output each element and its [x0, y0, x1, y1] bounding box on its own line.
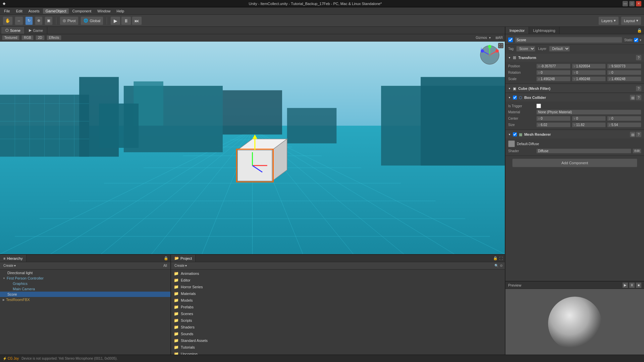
box-collider-header[interactable]: ▼ ⬡ Box Collider ▤ ? — [505, 94, 644, 102]
mesh-renderer-enabled-checkbox[interactable] — [513, 132, 517, 136]
hierarchy-create-btn[interactable]: Create ▾ — [2, 263, 17, 268]
size-y-field[interactable]: Y 11.82 — [572, 122, 606, 127]
center-z-field[interactable]: Z 0 — [607, 116, 641, 121]
shader-edit-btn[interactable]: Edit — [633, 148, 641, 154]
rotation-y-field[interactable]: Y 0 — [572, 70, 606, 75]
menu-assets[interactable]: Assets — [26, 8, 42, 14]
transform-tool-r[interactable]: ⊕ — [35, 16, 43, 25]
mesh-filter-settings-btn[interactable]: ? — [636, 86, 641, 91]
size-x-field[interactable]: X 6.02 — [536, 122, 571, 127]
list-item[interactable]: 📁 Horror Series — [171, 284, 505, 290]
scale-x-field[interactable]: X 1.490248 — [536, 76, 571, 81]
list-item[interactable]: 📁 Scenes — [171, 310, 505, 317]
twod-btn[interactable]: 2D — [36, 35, 45, 40]
menu-gameobject[interactable]: GameObject — [43, 8, 69, 14]
close-button[interactable]: ✕ — [636, 1, 641, 6]
tab-project[interactable]: 📂 Project — [171, 255, 196, 262]
list-item[interactable]: 📁 Shaders — [171, 324, 505, 330]
position-x-field[interactable]: X -9.357077 — [536, 64, 571, 69]
center-x-field[interactable]: X 0 — [536, 116, 571, 121]
list-item[interactable]: ▼ First Person Controller — [0, 276, 170, 281]
center-y-field[interactable]: Y 0 — [572, 116, 606, 121]
project-search-icon[interactable]: 🔍 — [494, 264, 498, 267]
shader-field[interactable]: Diffuse — [536, 148, 631, 154]
play-button[interactable]: ▶ — [110, 16, 120, 25]
menu-component[interactable]: Component — [69, 8, 94, 14]
rgb-btn[interactable]: RGB — [21, 35, 34, 40]
step-button[interactable]: ⏭ — [132, 16, 142, 25]
static-chevron-icon[interactable]: ▾ — [640, 38, 641, 42]
transform-component-header[interactable]: ▼ ⊞ Transform ? — [505, 54, 644, 62]
project-create-btn[interactable]: Create ▾ — [173, 263, 188, 268]
mesh-renderer-settings-btn[interactable]: ▤ — [630, 132, 635, 137]
transform-settings-btn[interactable]: ? — [636, 55, 641, 60]
layers-dropdown[interactable]: Layers ▾ — [598, 16, 619, 25]
list-item[interactable]: 📁 Materials — [171, 290, 505, 297]
list-item[interactable]: Directional light — [0, 270, 170, 276]
list-item[interactable]: 📁 Upcoming — [171, 351, 505, 355]
size-z-field[interactable]: Z 5.54 — [607, 122, 641, 127]
mesh-filter-header[interactable]: ▼ ▣ Cube (Mesh Filter) ? — [505, 84, 644, 93]
menu-file[interactable]: File — [1, 8, 13, 14]
inspector-lock-icon[interactable]: 🔒 — [637, 28, 642, 33]
layout-dropdown[interactable]: Layout ▾ — [621, 16, 641, 25]
position-y-field[interactable]: Y 1.620554 — [572, 64, 606, 69]
minimize-button[interactable]: — — [623, 1, 628, 6]
list-item[interactable]: 📁 Standard Assets — [171, 337, 505, 344]
list-item[interactable]: Graphics — [0, 281, 170, 286]
project-filter-icon[interactable]: ⚙ — [500, 264, 503, 267]
scale-y-field[interactable]: Y 1.490248 — [572, 76, 606, 81]
list-item[interactable]: ▶ TestRoomFBX — [0, 297, 170, 302]
menu-window[interactable]: Window — [95, 8, 113, 14]
list-item[interactable]: Score — [0, 292, 170, 297]
maximize-button[interactable]: □ — [629, 1, 635, 6]
tab-game[interactable]: ▶ Game — [25, 27, 47, 34]
global-button[interactable]: 🌐 Global — [80, 16, 103, 25]
box-collider-enabled-checkbox[interactable] — [513, 96, 517, 100]
object-active-checkbox[interactable] — [508, 38, 513, 42]
project-lock-icon[interactable]: 🔒 — [493, 256, 498, 260]
tab-scene[interactable]: ⬡ Scene — [1, 27, 25, 34]
tag-dropdown[interactable]: Score — [516, 46, 535, 52]
transform-tool-q[interactable]: ✋ — [3, 16, 13, 25]
box-collider-settings-btn[interactable]: ▤ — [630, 95, 635, 100]
menu-edit[interactable]: Edit — [13, 8, 25, 14]
tab-hierarchy[interactable]: ≡ Hierarchy — [0, 255, 26, 262]
menu-help[interactable]: Help — [114, 8, 127, 14]
collider-material-field[interactable]: None (Physic Material) — [536, 110, 641, 115]
preview-stop-btn[interactable]: ■ — [636, 283, 641, 288]
viewport-3d[interactable]: X Y Z ⛶ — [0, 42, 505, 254]
list-item[interactable]: 📁 Animations — [171, 270, 505, 277]
preview-play-btn[interactable]: ▶ — [623, 283, 628, 288]
gizmos-toggle[interactable]: ▾ — [489, 36, 491, 40]
layer-dropdown[interactable]: Default — [549, 46, 570, 52]
transform-tool-t[interactable]: ▣ — [45, 16, 53, 25]
list-item[interactable]: 📁 Tutorials — [171, 344, 505, 351]
viewport-gizmo[interactable]: X Y Z — [480, 45, 500, 65]
mesh-renderer-header[interactable]: ▼ ▦ Mesh Renderer ▤ ? — [505, 130, 644, 138]
scale-z-field[interactable]: Z 1.490248 — [607, 76, 641, 81]
list-item[interactable]: 📁 Models — [171, 297, 505, 304]
list-item[interactable]: 📁 Editor — [171, 277, 505, 284]
is-trigger-checkbox[interactable] — [536, 104, 541, 108]
list-item[interactable]: 📁 Prefabs — [171, 304, 505, 310]
mesh-renderer-help-btn[interactable]: ? — [636, 132, 641, 137]
box-collider-help-btn[interactable]: ? — [636, 95, 641, 100]
maximize-viewport-btn[interactable]: ⛶ — [498, 43, 503, 48]
rotation-x-field[interactable]: X 0 — [536, 70, 571, 75]
transform-tool-w[interactable]: ↔ — [15, 16, 23, 25]
static-checkbox[interactable] — [634, 38, 638, 42]
hierarchy-all-btn[interactable]: All — [162, 263, 168, 268]
add-component-button[interactable]: Add Component — [512, 159, 637, 167]
rotation-z-field[interactable]: Z 0 — [607, 70, 641, 75]
textured-btn[interactable]: Textured — [2, 35, 19, 40]
list-item[interactable]: 📁 Scripts — [171, 317, 505, 324]
pause-button[interactable]: ⏸ — [121, 16, 131, 25]
list-item[interactable]: 📁 Sounds — [171, 330, 505, 337]
position-z-field[interactable]: Z 9.503773 — [607, 64, 641, 69]
pivot-button[interactable]: ◎ Pivot — [60, 16, 78, 25]
tab-lightmapping[interactable]: Lightmapping — [529, 27, 559, 34]
preview-pause-btn[interactable]: ⏸ — [629, 283, 635, 288]
effects-btn[interactable]: Effects — [47, 35, 61, 40]
object-name-input[interactable] — [515, 37, 622, 43]
